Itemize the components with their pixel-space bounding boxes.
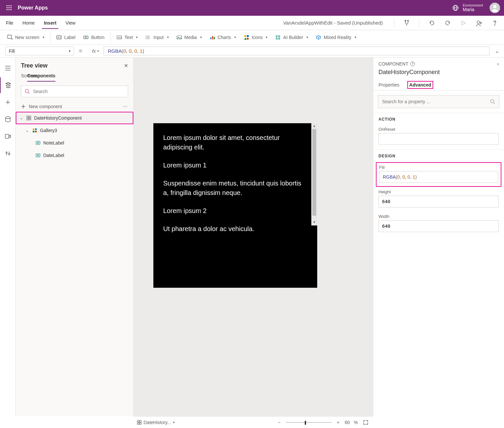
- menu-view[interactable]: View: [64, 17, 77, 29]
- label-icon: [35, 153, 41, 158]
- charts-button[interactable]: Charts ▾: [206, 31, 239, 43]
- component-icon: [26, 115, 31, 121]
- footer-selection[interactable]: DateHistory... ▾: [137, 420, 175, 425]
- zoom-slider[interactable]: [286, 420, 332, 425]
- waffle-icon[interactable]: [3, 0, 16, 16]
- svg-point-31: [276, 38, 277, 39]
- canvas[interactable]: Lorem ipsum dolor sit amet, consectetur …: [134, 58, 373, 416]
- environment-icon: [452, 4, 459, 12]
- chevron-down-icon: ▾: [200, 35, 202, 39]
- zoom-in-button[interactable]: +: [336, 419, 341, 426]
- field-label-height: Height: [378, 189, 499, 194]
- svg-point-28: [247, 38, 249, 40]
- tree-node-label: DateLabel: [43, 153, 64, 158]
- button-button[interactable]: Button: [80, 31, 107, 43]
- tab-components[interactable]: Components: [27, 73, 55, 82]
- preview-text: Lorem ipsum 1: [163, 161, 307, 170]
- text-button[interactable]: Abc Text ▾: [113, 31, 141, 43]
- component-preview[interactable]: Lorem ipsum dolor sit amet, consectetur …: [153, 123, 317, 288]
- equals-sign: =: [74, 45, 87, 57]
- field-input-width[interactable]: [378, 220, 499, 232]
- field-input-onreset[interactable]: [378, 133, 499, 145]
- svg-point-32: [279, 38, 280, 39]
- chevron-down-icon[interactable]: ⌄: [19, 116, 24, 120]
- new-component-button[interactable]: New component: [29, 104, 62, 109]
- property-selector[interactable]: Fill ▾: [5, 47, 74, 55]
- ribbon-label: Button: [91, 35, 104, 40]
- svg-rect-38: [27, 116, 29, 118]
- mixed-reality-icon: [316, 35, 321, 40]
- zoom-out-button[interactable]: −: [277, 419, 282, 426]
- tree-search[interactable]: [21, 86, 128, 97]
- section-design: DESIGN: [373, 149, 504, 162]
- ribbon-label: Text: [125, 35, 133, 40]
- svg-rect-39: [29, 116, 31, 118]
- text-icon: Abc: [117, 35, 122, 40]
- ribbon-label: Icons: [252, 35, 262, 40]
- svg-point-37: [25, 89, 29, 93]
- field-input-fill[interactable]: RGBA(0, 0, 0, 1): [379, 171, 498, 183]
- rail-insert[interactable]: [0, 94, 16, 110]
- scroll-down-icon[interactable]: ▼: [311, 220, 317, 225]
- chevron-right-icon[interactable]: ›: [497, 61, 499, 67]
- mixed-reality-button[interactable]: Mixed Reality ▾: [313, 31, 359, 43]
- tree-node-component[interactable]: ⌄ DateHistoryComponent: [16, 112, 133, 124]
- avatar[interactable]: [490, 3, 500, 13]
- tree-node-label: DateHistoryComponent: [34, 115, 82, 121]
- scrollbar[interactable]: ▲ ▼: [311, 123, 317, 225]
- media-button[interactable]: Media ▾: [173, 31, 205, 43]
- ribbon-expand-button[interactable]: ⌄: [395, 31, 500, 43]
- ai-builder-button[interactable]: AI Builder ▾: [272, 31, 311, 43]
- more-icon[interactable]: ⋯: [123, 104, 128, 109]
- environment-picker[interactable]: Environment Maria: [452, 3, 483, 12]
- svg-rect-52: [140, 423, 141, 424]
- svg-rect-0: [7, 5, 8, 6]
- svg-rect-40: [27, 118, 29, 120]
- formula-expand-button[interactable]: ⌄: [490, 45, 504, 57]
- help-icon[interactable]: ?: [410, 62, 415, 66]
- scrollbar-thumb[interactable]: [312, 129, 316, 216]
- ribbon-label: Mixed Reality: [324, 35, 351, 40]
- chevron-down-icon[interactable]: ⌄: [25, 128, 29, 133]
- property-search[interactable]: [378, 95, 499, 108]
- rail-tree-view[interactable]: [0, 77, 16, 93]
- fit-to-window-button[interactable]: [362, 419, 370, 426]
- field-input-height[interactable]: [378, 196, 499, 207]
- fx-icon[interactable]: fx▾: [87, 45, 104, 57]
- tree-node-notelabel[interactable]: NoteLabel: [16, 137, 133, 149]
- svg-rect-41: [29, 118, 31, 120]
- rail-data[interactable]: [0, 111, 16, 127]
- svg-rect-25: [214, 37, 215, 39]
- formula-input[interactable]: RGBA(0, 0, 0, 1): [104, 47, 490, 55]
- tab-advanced[interactable]: Advanced: [407, 79, 433, 90]
- close-icon[interactable]: ✕: [124, 63, 128, 69]
- icons-button[interactable]: Icons ▾: [241, 31, 271, 43]
- label-button[interactable]: Label: [53, 31, 79, 43]
- tree-node-datelabel[interactable]: DateLabel: [16, 149, 133, 162]
- svg-point-35: [6, 152, 7, 153]
- pane-header: COMPONENT: [378, 61, 408, 67]
- component-icon: [137, 420, 142, 425]
- svg-rect-1: [9, 5, 10, 6]
- svg-rect-50: [140, 420, 141, 422]
- new-screen-button[interactable]: New screen ▾: [4, 31, 48, 43]
- tree-search-input[interactable]: [33, 89, 125, 94]
- rail-media[interactable]: [0, 128, 16, 144]
- rail-hamburger[interactable]: [0, 60, 16, 76]
- field-label-fill: Fill: [379, 165, 498, 170]
- input-button[interactable]: Input ▾: [142, 31, 172, 43]
- property-search-input[interactable]: [382, 99, 490, 104]
- preview-text: Lorem ipsum 2: [163, 206, 307, 216]
- tree-node-gallery[interactable]: ⌄ Gallery3: [16, 124, 133, 137]
- chevron-down-icon: ▾: [355, 35, 356, 39]
- zoom-handle[interactable]: [305, 421, 306, 425]
- scroll-up-icon[interactable]: ▲: [311, 123, 317, 129]
- menu-home[interactable]: Home: [21, 17, 37, 29]
- chevron-down-icon: ▾: [69, 49, 70, 53]
- rail-advanced-tools[interactable]: [0, 146, 16, 161]
- tab-properties[interactable]: Properties: [378, 79, 399, 90]
- svg-rect-7: [9, 9, 10, 10]
- app-title: Power Apps: [18, 5, 48, 11]
- menu-insert[interactable]: Insert: [42, 17, 58, 29]
- menu-file[interactable]: File: [4, 17, 15, 29]
